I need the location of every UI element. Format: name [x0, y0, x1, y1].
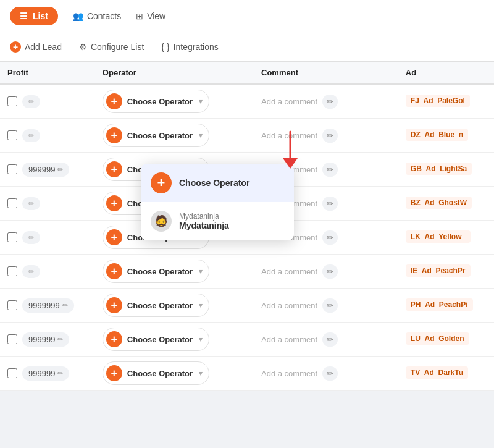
comment-edit-icon[interactable]: ✏: [322, 366, 338, 381]
comment-edit-icon[interactable]: ✏: [322, 163, 338, 177]
list-label: List: [33, 11, 48, 21]
row-checkbox[interactable]: [7, 232, 17, 242]
list-icon: ☰: [20, 11, 28, 21]
add-lead-button[interactable]: + Add Lead: [10, 41, 62, 53]
configure-list-label: Configure List: [91, 42, 144, 52]
ad-cell: PH_Ad_PeachPi: [398, 289, 494, 323]
ad-cell: LK_Ad_Yellow_: [398, 221, 494, 255]
row-checkbox[interactable]: [7, 130, 17, 140]
sub-toolbar: + Add Lead ⚙ Configure List { } Integrat…: [0, 32, 494, 62]
operator-plus-icon: +: [106, 127, 122, 143]
dropdown-item-add[interactable]: + Choose Operator: [141, 164, 294, 202]
operator-plus-icon: +: [106, 93, 122, 109]
profit-edit[interactable]: ✏: [22, 197, 40, 210]
dropdown-item-user[interactable]: 🧔 Mydataninja Mydataninja: [141, 202, 294, 240]
ad-value: FJ_Ad_PaleGol: [406, 95, 470, 107]
col-header-ad: Ad: [398, 62, 494, 84]
integrations-button[interactable]: { } Integrations: [161, 42, 218, 52]
comment-edit-icon[interactable]: ✏: [322, 264, 338, 279]
operator-button[interactable]: + Choose Operator ▾: [103, 361, 209, 385]
configure-list-button[interactable]: ⚙ Configure List: [79, 42, 144, 52]
operator-button[interactable]: + Choose Operator ▾: [103, 90, 209, 113]
view-label: View: [147, 11, 165, 21]
col-header-profit: Profit: [0, 62, 95, 84]
profit-cell: ✏: [0, 187, 95, 221]
profit-edit[interactable]: 9999999✏: [22, 298, 74, 313]
operator-label: Choose Operator: [127, 335, 193, 344]
comment-cell: Add a comment ✏: [254, 119, 398, 153]
chevron-down-icon: ▾: [199, 336, 203, 344]
profit-edit[interactable]: ✏: [22, 231, 40, 244]
comment-cell: Add a comment ✏: [254, 357, 398, 391]
comment-cell: Add a comment ✏: [254, 323, 398, 357]
comment-edit-icon[interactable]: ✏: [322, 95, 338, 109]
list-button[interactable]: ☰ List: [10, 7, 58, 25]
chevron-down-icon: ▾: [199, 98, 203, 106]
operator-cell: + Choose Operator ▾: [95, 255, 254, 289]
comment-placeholder: Add a comment: [261, 369, 317, 378]
operator-plus-icon: +: [106, 365, 122, 381]
ad-value: LU_Ad_Golden: [406, 332, 469, 345]
profit-edit[interactable]: 999999✏: [22, 163, 69, 177]
comment-placeholder: Add a comment: [261, 301, 317, 310]
comment-edit-icon[interactable]: ✏: [322, 298, 338, 313]
profit-edit[interactable]: 999999✏: [22, 366, 69, 381]
dropdown-user-label: Mydataninja: [179, 221, 229, 230]
ad-value: IE_Ad_PeachPr: [406, 264, 471, 277]
comment-edit-icon[interactable]: ✏: [322, 230, 338, 245]
top-nav: ☰ List 👥 Contacts ⊞ View: [0, 0, 494, 32]
operator-label: Choose Operator: [127, 131, 193, 140]
table-row: ✏ + Choose Operator ▾ Add a comment ✏ FJ…: [0, 84, 494, 119]
operator-dropdown: + Choose Operator 🧔 Mydataninja Mydatani…: [141, 164, 294, 240]
profit-edit[interactable]: ✏: [22, 95, 40, 108]
dropdown-user-sub: Mydataninja: [179, 212, 229, 221]
profit-edit[interactable]: ✏: [22, 265, 40, 278]
col-header-comment: Comment: [254, 62, 398, 84]
integrations-icon: { }: [161, 42, 169, 52]
comment-edit-icon[interactable]: ✏: [322, 129, 338, 143]
dropdown-add-icon: +: [151, 172, 172, 193]
operator-label: Choose Operator: [127, 369, 193, 378]
ad-cell: FJ_Ad_PaleGol: [398, 84, 494, 119]
view-nav[interactable]: ⊞ View: [136, 11, 165, 21]
table-row: ✏ + Choose Operator ▾ Add a comment ✏ IE…: [0, 255, 494, 289]
operator-button[interactable]: + Choose Operator ▾: [103, 294, 209, 317]
operator-cell: + Choose Operator ▾: [95, 357, 254, 391]
ad-cell: IE_Ad_PeachPr: [398, 255, 494, 289]
table-row: 9999999✏ + Choose Operator ▾ Add a comme…: [0, 289, 494, 323]
operator-cell: + Choose Operator ▾: [95, 84, 254, 119]
operator-cell: + Choose Operator ▾: [95, 119, 254, 153]
ad-cell: GB_Ad_LightSa: [398, 153, 494, 187]
table-row: 999999✏ + Choose Operator ▾ Add a commen…: [0, 323, 494, 357]
row-checkbox[interactable]: [7, 334, 17, 344]
row-checkbox[interactable]: [7, 198, 17, 208]
profit-edit[interactable]: 999999✏: [22, 332, 69, 347]
profit-cell: ✏: [0, 84, 95, 119]
row-checkbox[interactable]: [7, 266, 17, 276]
row-checkbox[interactable]: [7, 300, 17, 310]
operator-button[interactable]: + Choose Operator ▾: [103, 124, 209, 147]
ad-value: GB_Ad_LightSa: [406, 163, 472, 175]
comment-edit-icon[interactable]: ✏: [322, 332, 338, 347]
row-checkbox[interactable]: [7, 96, 17, 106]
operator-button[interactable]: + Choose Operator ▾: [103, 260, 209, 283]
operator-cell: + Choose Operator ▾: [95, 289, 254, 323]
comment-cell: Add a comment ✏: [254, 255, 398, 289]
chevron-down-icon: ▾: [199, 370, 203, 378]
profit-edit[interactable]: ✏: [22, 129, 40, 142]
table-row: ✏ + Choose Operator ▾ Add a comment ✏ DZ…: [0, 119, 494, 153]
contacts-label: Contacts: [87, 11, 121, 21]
profit-cell: ✏: [0, 221, 95, 255]
comment-edit-icon[interactable]: ✏: [322, 197, 338, 211]
row-checkbox[interactable]: [7, 368, 17, 378]
ad-cell: LU_Ad_Golden: [398, 323, 494, 357]
comment-placeholder: Add a comment: [261, 267, 317, 276]
table-container: Profit Operator Comment Ad ✏: [0, 62, 494, 391]
contacts-nav[interactable]: 👥 Contacts: [73, 11, 121, 21]
row-checkbox[interactable]: [7, 164, 17, 174]
ad-cell: DZ_Ad_Blue_n: [398, 119, 494, 153]
comment-placeholder: Add a comment: [261, 335, 317, 344]
profit-cell: ✏: [0, 255, 95, 289]
ad-cell: TV_Ad_DarkTu: [398, 357, 494, 391]
operator-button[interactable]: + Choose Operator ▾: [103, 328, 209, 351]
